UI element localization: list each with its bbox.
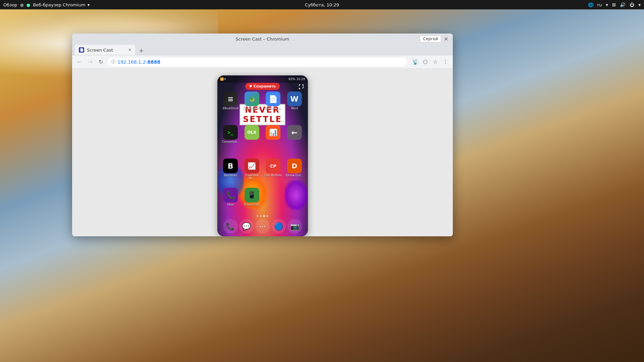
app-row-3: B Blockfolio 📈 TradeView Ma... CP Coin P… (217, 159, 308, 180)
tradeview-icon: 📈 (245, 159, 259, 173)
fullscreen-button[interactable] (297, 83, 305, 91)
browser-content: NEVER SETTLE 📶☀ 83% 10:29 Сохранить (72, 69, 453, 236)
app-idinow[interactable]: D iDinow Onli... (285, 159, 304, 180)
terminal-label: Connected... (222, 140, 239, 143)
dock-chrome[interactable]: 🔵 (271, 219, 286, 234)
network-icon[interactable]: ⊞ (612, 2, 616, 7)
app-tradeview[interactable]: 📈 TradeView Ma... (242, 159, 262, 180)
system-bar-left: Обзор ● ● Веб-браузер Chromium ▾ (3, 2, 90, 7)
settle-text: SETTLE (243, 115, 282, 124)
chart-icon: 📊 (266, 125, 280, 140)
globe-icon[interactable]: 🌐 (588, 2, 593, 7)
app-empty-2 (285, 188, 304, 206)
cast-icon[interactable]: 📡 (411, 57, 420, 67)
blockfolio-icon: B (223, 159, 238, 173)
docs-label: Документы (265, 107, 281, 110)
overview-label[interactable]: Обзор (3, 2, 17, 7)
dot-1 (257, 215, 258, 217)
ebookdroid-label: EBookDroid (223, 107, 238, 110)
app-olx[interactable]: OLX (242, 125, 262, 143)
phone-dock: 📞 💬 ⋯ 🔵 📷 (217, 219, 308, 234)
tab-bar: 📄 Screen Cast ✕ + (72, 45, 453, 56)
window-title: Screen Cast – Chromium (235, 37, 289, 42)
chrome-titlebar: Screen Cast – Chromium Сергей ✕ (72, 34, 453, 45)
word-icon: W (287, 92, 302, 106)
phone-battery: 83% (289, 77, 296, 81)
dot-3-active (263, 215, 265, 217)
back-button[interactable]: ← (75, 57, 84, 67)
back-app-icon: ← (287, 125, 302, 140)
coinportfolio-label: Coin Portfolio (264, 174, 282, 177)
dock-camera[interactable]: 📷 (287, 219, 302, 234)
phone-status-left: 📶☀ (220, 77, 226, 81)
dropdown-arrow-right[interactable]: ▾ (638, 2, 641, 7)
dot-4 (267, 215, 268, 217)
screenshot-icon[interactable]: ⬡ (421, 57, 430, 67)
security-icon: ⓘ (111, 59, 115, 65)
tab-favicon: 📄 (79, 47, 84, 53)
dock-messages[interactable]: 💬 (239, 219, 254, 234)
app-translator[interactable]: G Переводчик (242, 92, 262, 110)
app-word[interactable]: W Word (285, 92, 304, 110)
idinow-label: iDinow Onli... (285, 174, 303, 177)
app-blockfolio[interactable]: B Blockfolio (221, 159, 240, 180)
dock-apps[interactable]: ⋯ (255, 219, 270, 234)
olx-icon: OLX (245, 125, 259, 140)
docs-icon: 📄 (266, 92, 280, 106)
word-label: Word (291, 107, 298, 110)
app-screencast[interactable]: 📱 Screen Cast (242, 188, 262, 206)
system-bar: Обзор ● ● Веб-браузер Chromium ▾ Суббота… (0, 0, 644, 9)
new-tab-button[interactable]: + (137, 46, 146, 55)
app-row-2: >_ Connected... OLX 📊 (217, 125, 308, 143)
bookmark-icon[interactable]: ☆ (431, 57, 440, 67)
terminal-icon: >_ (223, 125, 238, 140)
dropdown-icon[interactable]: ▾ (606, 2, 608, 7)
translator-label: Переводчик (243, 107, 260, 110)
tab-label: Screen Cast (87, 48, 113, 53)
screencast-icon: 📱 (245, 188, 259, 202)
coinportfolio-icon: CP (266, 159, 280, 173)
system-bar-clock: Суббота, 10:29 (305, 2, 339, 7)
menu-icon[interactable]: ⋮ (441, 57, 450, 67)
address-field[interactable]: ⓘ 192.168.1.2:8888 (107, 57, 408, 67)
app-coinportfolio[interactable]: CP Coin Portfolio (263, 159, 283, 180)
viber-label: Viber (227, 203, 234, 206)
blockfolio-label: Blockfolio (224, 174, 237, 177)
app-viber[interactable]: 📞 Viber (221, 188, 240, 206)
dot-2 (260, 215, 262, 217)
browser-icon: ● (26, 2, 30, 7)
phone-screen: NEVER SETTLE 📶☀ 83% 10:29 Сохранить (217, 75, 308, 236)
address-bar-row: ← → ↻ ⓘ 192.168.1.2:8888 📡 ⬡ ☆ ⋮ (72, 55, 453, 69)
browser-label[interactable]: Веб-браузер Chromium (33, 2, 85, 7)
chrome-close-button[interactable]: ✕ (443, 36, 449, 42)
phone-status-right: 83% 10:29 (289, 77, 305, 81)
app-back[interactable]: ← (285, 125, 304, 143)
active-tab[interactable]: 📄 Screen Cast ✕ (75, 45, 135, 55)
chrome-user-button[interactable]: Сергей (420, 36, 441, 42)
power-icon[interactable]: ⏻ (630, 2, 634, 7)
app-row-4: 📞 Viber 📱 Screen Cast (217, 188, 308, 206)
volume-icon[interactable]: 🔊 (620, 2, 626, 7)
language-indicator[interactable]: ru (597, 2, 602, 7)
dropdown-arrow[interactable]: ▾ (88, 2, 90, 7)
app-ebookdroid[interactable]: ≡ EBookDroid (221, 92, 240, 110)
app-row-1: ≡ EBookDroid G Переводчик 📄 Документы (217, 92, 308, 110)
chrome-window: Screen Cast – Chromium Сергей ✕ 📄 Screen… (72, 34, 453, 236)
system-bar-right: 🌐 ru ▾ ⊞ 🔊 ⏻ ▾ (588, 2, 641, 7)
tradeview-label: TradeView Ma... (242, 174, 262, 180)
toolbar-icons: 📡 ⬡ ☆ ⋮ (411, 57, 450, 67)
forward-button[interactable]: → (86, 57, 95, 67)
app-chart[interactable]: 📊 (263, 125, 283, 143)
tab-close-button[interactable]: ✕ (127, 47, 132, 53)
save-button-overlay[interactable]: Сохранить (245, 83, 280, 90)
dock-phone[interactable]: 📞 (223, 219, 238, 234)
app-empty-1 (263, 188, 283, 206)
app-indicator: ● Веб-браузер Chromium ▾ (26, 2, 90, 7)
reload-button[interactable]: ↻ (96, 57, 106, 67)
app-terminal[interactable]: >_ Connected... (221, 125, 240, 143)
screencast-label: Screen Cast (244, 203, 260, 206)
phone-time: 10:29 (297, 77, 305, 81)
address-text: 192.168.1.2:8888 (117, 59, 160, 65)
app-docs[interactable]: 📄 Документы (263, 92, 283, 110)
ebookdroid-icon: ≡ (223, 92, 238, 106)
